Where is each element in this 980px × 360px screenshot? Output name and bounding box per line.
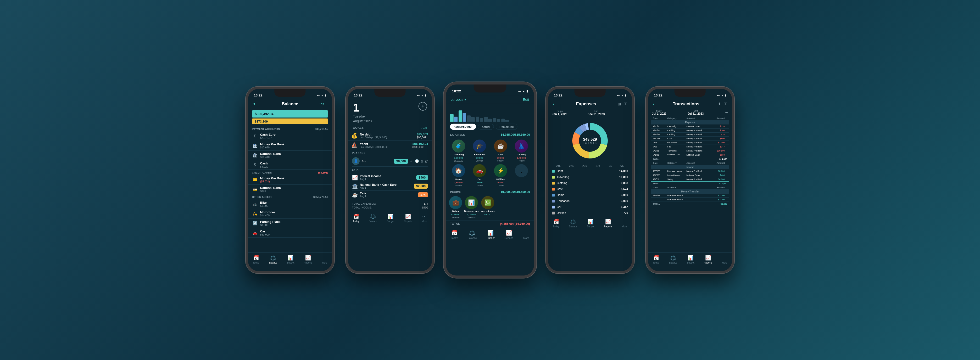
cat-business[interactable]: 📊 Business in... 4,000.00 3,600.00 (464, 196, 479, 218)
clock-icon[interactable]: 🕐 (415, 159, 419, 163)
legend-education[interactable]: Education 3,000 (552, 198, 628, 204)
account-cash[interactable]: $ Cash $4,020 (248, 160, 332, 170)
tr-acct-8: National Bank (686, 154, 710, 156)
tab-budget-2[interactable]: 📊 Budget (387, 213, 395, 223)
tab-budget-4[interactable]: 📊 Budget (587, 219, 595, 228)
goal-yacht[interactable]: ⛵ Yacht Last 30 days: ($10,841.00) $56,1… (348, 140, 432, 150)
edit-btn-balance[interactable]: Edit (318, 102, 327, 106)
legend-travelling[interactable]: Travelling 10,800 (552, 174, 628, 180)
edit-btn-budget[interactable]: Edit (520, 98, 529, 102)
tab-today-1[interactable]: 📅 Today (253, 255, 259, 264)
tab-today-3[interactable]: 📅 Today (451, 230, 458, 239)
paid-interest[interactable]: 📈 Interest income Aug 1 $400 (352, 173, 428, 182)
tab-reports-1[interactable]: 📈 Reports (304, 255, 312, 264)
cat-cafe[interactable]: ☕ Cafe 900.00 800.00 (491, 140, 510, 162)
account-moneypro[interactable]: 🏦 Money Pro Bank $17,679 (248, 141, 332, 151)
tab-budget-5[interactable]: 📊 Budget (687, 255, 695, 264)
tab-balance-3[interactable]: ⚖️ Balance (468, 230, 477, 239)
trans-row[interactable]: 7/23 Fuel Money Pro Bank $247 (651, 145, 729, 149)
copy-icon[interactable]: ⎘ (421, 159, 423, 163)
cat-utilities[interactable]: ⚡ Utilities 160.00 120.00 (491, 164, 510, 187)
tab-budget-1[interactable]: 📊 Budget (287, 255, 294, 264)
cat-travelling[interactable]: 🧳 Travelling 1,000.00 10,000.00 (449, 140, 468, 162)
trans-row[interactable]: 7/12/23 Clothing Money Pro Bank $38 (651, 132, 729, 137)
trans-row[interactable]: 7/30/23 Electricity National Bank $120 (651, 124, 729, 129)
funnel-icon-expenses[interactable]: ⊤ (624, 102, 627, 106)
tab-more-1[interactable]: ⋯ More (321, 255, 327, 264)
cat-home[interactable]: 🏠 Home 1,500.00 650.00 (449, 164, 468, 187)
trans-row[interactable]: 9/23 Education Money Pro Bank $1,000 (651, 141, 729, 145)
balance-bar-cyan[interactable]: $390,492.04 (252, 110, 328, 118)
account-nb-credit[interactable]: 💳 National Bank $340 (248, 185, 332, 194)
transfer-row[interactable]: 7/24/23 Money Pro Bank $2,200 (651, 194, 729, 198)
tab-today-2[interactable]: 📅 Today (353, 213, 360, 223)
tab-today-5[interactable]: 📅 Today (653, 255, 659, 264)
filter-icon-trans[interactable]: ⊤ (724, 102, 727, 106)
tab-balance-1[interactable]: ⚖️ Balance (269, 255, 277, 264)
cat-circle-clothing: 👗 (515, 140, 528, 153)
trash-icon[interactable]: 🗑 (425, 159, 428, 163)
legend-car[interactable]: Car 1,447 (552, 204, 628, 210)
legend-utilities[interactable]: Utilities 720 (552, 210, 628, 216)
share-btn[interactable]: ⬆ (253, 102, 261, 106)
income-row[interactable]: 7/1/23 Salary Money Pro Bank $6,000 (651, 177, 729, 182)
legend-name-car: Car (557, 205, 561, 209)
planned-item-1[interactable]: 👤 A... $6,000 ✓ 🕐 ⎘ 🗑 (352, 156, 428, 167)
tab-more-2[interactable]: ⋯ More (422, 213, 427, 223)
goals-add-btn[interactable]: Add (422, 126, 427, 129)
account-cash-euro[interactable]: € Cash Euro €2,372.97 (248, 131, 332, 141)
budget-tab-actual-only[interactable]: Actual (478, 124, 494, 130)
asset-parking[interactable]: 🅿️ Parking Place $8,900 (248, 218, 332, 228)
balance-bar-yellow[interactable]: $173,309 (252, 118, 328, 124)
asset-motorbike[interactable]: 🛵 Motorbike $14,400 (248, 209, 332, 218)
check-icon[interactable]: ✓ (410, 159, 413, 163)
tab-reports-4[interactable]: 📈 Reports (604, 219, 612, 228)
paid-transfer[interactable]: 🏦 National Bank > Cash Euro Aug 1 $2,500 (352, 182, 428, 191)
account-mp-credit[interactable]: 💳 Money Pro Bank ($5,031) (248, 175, 332, 185)
tab-more-5[interactable]: ⋯ More (722, 255, 727, 264)
budget-tab-actual[interactable]: Actual/Budget (450, 124, 476, 130)
tab-today-4[interactable]: 📅 Today (553, 219, 559, 228)
cat-education[interactable]: 🎓 Education 800.00 1,000.00 (470, 140, 489, 162)
cat-car[interactable]: 🚗 Car 200.00 247.00 (470, 164, 489, 187)
more-dots-expenses[interactable]: ··· (625, 111, 628, 115)
income-row[interactable]: 7/20/23 Business income Money Pro Bank $… (651, 169, 729, 173)
today-add-btn[interactable]: + (418, 102, 427, 111)
transfer-row[interactable]: Money Pro Bank $2,200 (651, 198, 729, 202)
cat-more[interactable]: ... (512, 164, 531, 187)
trans-row[interactable]: 7/5/23 Travelling Money Pro Bank $10,800 (651, 149, 729, 153)
expenses-label-budget: EXPENSES (450, 133, 465, 137)
income-row[interactable]: 7/15/23 Interest income National Bank $4… (651, 173, 729, 177)
trans-row[interactable]: 7/1/23 Furniture / Acc. National Bank $6… (651, 153, 729, 157)
back-btn-expenses[interactable]: ‹ (553, 102, 554, 107)
tab-more-3[interactable]: ⋯ More (523, 230, 529, 239)
tab-reports-2[interactable]: 📈 Reports (404, 213, 412, 223)
legend-clothing[interactable]: Clothing 9,838 (552, 180, 628, 186)
asset-car[interactable]: 🚗 Car $50,000 (248, 228, 332, 238)
tab-reports-3[interactable]: 📈 Reports (504, 230, 514, 239)
trans-row[interactable]: 7/26/23 Clothing Money Pro Bank $700 (651, 129, 729, 132)
tab-balance-4[interactable]: ⚖️ Balance (569, 219, 578, 228)
bar-gray-5 (484, 117, 488, 122)
more-dots-trans[interactable]: ··· (725, 110, 728, 115)
paid-cafe[interactable]: ☕ Cafe Aug 1 $74 (352, 191, 428, 199)
goal-nodebt[interactable]: 💰 No debt Last 30 days: ($1,462.00) $95,… (348, 131, 432, 140)
filter-icon-expenses[interactable]: ⊞ (618, 102, 621, 106)
cat-clothing[interactable]: 👗 Clothing 1,400.00 738.00 (512, 140, 531, 162)
tab-budget-3[interactable]: 📊 Budget (487, 230, 495, 239)
tab-balance-5[interactable]: ⚖️ Balance (669, 255, 677, 264)
tab-reports-5[interactable]: 📈 Reports (704, 255, 712, 264)
asset-bike[interactable]: 🚲 Bike $1,000 (248, 199, 332, 209)
share-icon-trans[interactable]: ⬆ (718, 102, 721, 106)
account-national[interactable]: 🏦 National Bank $16,410 (248, 151, 332, 160)
budget-tab-remaining[interactable]: Remaining (496, 124, 517, 130)
legend-debt[interactable]: Debt 14,000 (552, 168, 628, 174)
cat-interest[interactable]: 💹 Interest inc... 400.00 (480, 196, 495, 218)
legend-cafe[interactable]: Cafe 5,674 (552, 186, 628, 192)
tab-balance-2[interactable]: ⚖️ Balance (369, 213, 377, 223)
tab-more-4[interactable]: ⋯ More (622, 219, 627, 228)
back-btn-trans[interactable]: ‹ (653, 102, 654, 107)
trans-row[interactable]: 7/10/23 Cafe Money Pro Bank $800 (651, 137, 729, 141)
legend-home[interactable]: Home 3,050 (552, 192, 628, 198)
cat-salary[interactable]: 💼 Salary 6,000.00 6,000.00 (449, 196, 462, 218)
